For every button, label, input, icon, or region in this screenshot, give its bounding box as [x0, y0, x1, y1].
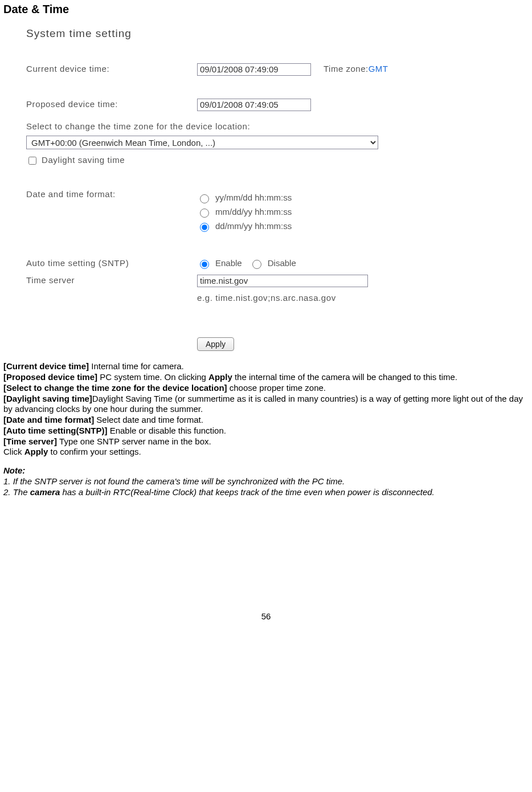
doc-note-2b: camera [30, 487, 60, 497]
doc-ts-label: [Time server] [3, 436, 59, 446]
proposed-device-time-label: Proposed device time: [26, 99, 197, 110]
proposed-device-time-input[interactable] [197, 99, 311, 111]
page-number: 56 [3, 611, 529, 622]
sntp-label: Auto time setting (SNTP) [26, 258, 197, 269]
doc-ts-text: Type one SNTP server name in the box. [59, 436, 211, 446]
date-format-radio-1[interactable] [200, 194, 209, 203]
sntp-enable-label: Enable [215, 258, 242, 269]
doc-fmt-label: [Date and time format] [3, 415, 96, 424]
doc-pdt-text-b: the internal time of the camera will be … [232, 372, 457, 382]
date-format-option-2: mm/dd/yy hh:mm:ss [215, 207, 292, 218]
date-format-radio-3[interactable] [200, 223, 209, 232]
doc-cdt-label: [Current device time] [3, 361, 91, 371]
doc-note-2c: has a built-in RTC(Real-time Clock) that… [60, 487, 435, 497]
current-device-time-input[interactable] [197, 63, 311, 76]
current-device-time-label: Current device time: [26, 64, 197, 75]
doc-tz-label: [Select to change the time zone for the … [3, 383, 230, 393]
doc-fmt-text: Select date and time format. [96, 415, 203, 424]
doc-dst-label: [Daylight saving time] [3, 394, 92, 403]
dst-label: Daylight saving time [42, 155, 125, 166]
date-format-radio-2[interactable] [200, 209, 209, 218]
sntp-disable-label: Disable [268, 258, 296, 269]
doc-sntp-label: [Auto time setting(SNTP)] [3, 426, 110, 435]
doc-cdt-text: Internal time for camera. [91, 361, 184, 371]
doc-note-2a: 2. The [3, 487, 30, 497]
sntp-enable-radio[interactable] [200, 260, 209, 269]
time-zone-label: Time zone: [324, 64, 369, 75]
page-title: Date & Time [3, 2, 529, 17]
doc-sntp-text: Enable or disable this function. [110, 426, 226, 435]
doc-click-b: to confirm your settings. [48, 447, 141, 456]
doc-note-1: 1. If the SNTP server is not found the c… [3, 476, 529, 487]
tz-select[interactable]: GMT+00:00 (Greenwich Mean Time, London, … [26, 136, 378, 149]
screenshot-header: System time setting [26, 27, 459, 40]
doc-note-header: Note: [3, 466, 529, 476]
doc-click-apply: Apply [24, 447, 48, 456]
doc-pdt-text-a: PC system time. On clicking [100, 372, 208, 382]
time-server-label: Time server [26, 275, 197, 286]
date-format-label: Date and time format: [26, 189, 197, 200]
doc-tz-text: choose proper time zone. [230, 383, 326, 393]
date-format-option-3: dd/mm/yy hh:mm:ss [215, 221, 292, 232]
time-zone-link[interactable]: GMT [369, 64, 388, 75]
date-format-option-1: yy/mm/dd hh:mm:ss [215, 193, 292, 203]
documentation-text: [Current device time] Internal time for … [3, 361, 529, 497]
settings-screenshot: System time setting Current device time:… [26, 27, 459, 351]
time-server-input[interactable] [197, 275, 368, 287]
doc-click-a: Click [3, 447, 24, 456]
time-server-example: e.g. time.nist.gov;ns.arc.nasa.gov [197, 293, 459, 304]
doc-pdt-label: [Proposed device time] [3, 372, 100, 382]
apply-button[interactable]: Apply [197, 337, 234, 351]
doc-pdt-apply: Apply [208, 372, 232, 382]
select-tz-caption: Select to change the time zone for the d… [26, 121, 459, 132]
sntp-disable-radio[interactable] [252, 260, 261, 269]
dst-checkbox[interactable] [28, 157, 36, 165]
